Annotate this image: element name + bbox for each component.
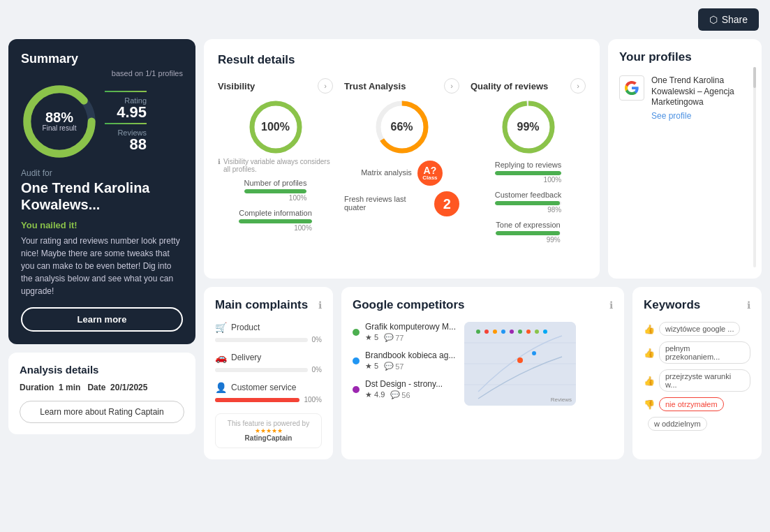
rating-value: 4.95 [117, 105, 147, 120]
quality-circle: 99% [501, 99, 556, 155]
brand: RatingCaptain [221, 434, 316, 442]
comp3-stars: ★ 4.9 [365, 390, 385, 399]
competitors-card: Google competitors ℹ Grafik komputerowy … [341, 287, 624, 459]
date-label: Date [87, 383, 105, 392]
keywords-header: Keywords ℹ [644, 298, 750, 312]
quality-header: Quality of reviews › [471, 78, 586, 94]
rating-block: Rating 4.95 [105, 96, 147, 120]
summary-stats-row: 88% Final result Rating 4.95 Reviews 88 [21, 83, 183, 160]
summary-title: Summary [21, 52, 183, 66]
comp3-stats: ★ 4.9 💬 56 [365, 390, 456, 399]
product-label: Product [231, 323, 260, 332]
complaints-info-icon[interactable]: ℹ [318, 300, 322, 311]
cs-label: Customer service [231, 383, 296, 392]
google-icon [619, 75, 644, 101]
competitors-info-icon[interactable]: ℹ [609, 300, 613, 311]
profile-item: One Trend Karolina Kowalewski – Agencja … [619, 75, 750, 121]
keyword-2: 👍 pełnym przekonaniem... [644, 341, 750, 364]
comp2-dot [353, 357, 360, 364]
scrollbar [753, 67, 756, 267]
visibility-chevron[interactable]: › [318, 78, 333, 94]
feedback-metric: Customer feedback 98% [495, 191, 561, 214]
cs-pct: 100% [304, 396, 322, 404]
duration-label: Duration [20, 383, 54, 392]
trust-chevron[interactable]: › [444, 78, 459, 94]
reviews-block: Reviews 88 [105, 128, 147, 152]
visibility-pct: 100% [261, 121, 290, 133]
stars: ★★★★★ [221, 427, 316, 434]
svg-point-13 [484, 330, 489, 334]
comp3-name: Dst Design - strony... [365, 379, 456, 389]
svg-point-16 [510, 330, 514, 334]
learn-more-button[interactable]: Learn more [21, 307, 183, 332]
rating-line [105, 91, 147, 92]
svg-point-20 [543, 330, 547, 334]
kw1-icon: 👍 [644, 324, 655, 334]
comp3-reviews: 💬 56 [390, 390, 410, 399]
right-area: Result details Visibility › [204, 39, 762, 459]
based-on: based on 1/1 profiles [21, 69, 183, 77]
keyword-5: w oddzielnym [644, 417, 750, 431]
visibility-label: Visibility [218, 81, 255, 91]
competitor-1: Grafik komputerowy M... ★ 5 💬 77 [353, 322, 456, 342]
quality-pct: 99% [517, 121, 539, 133]
comp1-dot [353, 329, 360, 336]
metrics-row: Visibility › 100% ℹ Visibili [218, 78, 586, 251]
trust-header: Trust Analysis › [344, 78, 459, 94]
quality-label: Quality of reviews [471, 81, 548, 91]
top-row: Result details Visibility › [204, 39, 762, 279]
svg-point-12 [476, 330, 480, 334]
competitors-header: Google competitors ℹ [353, 298, 613, 312]
quality-chevron[interactable]: › [570, 78, 586, 94]
complaint-customer-service: 👤 Customer service 100% [215, 382, 322, 404]
profile-info: One Trend Karolina Kowalewski – Agencja … [651, 75, 750, 121]
complaint-product: 🛒 Product 0% [215, 322, 322, 343]
kw4-badge[interactable]: nie otrzymałem [659, 397, 724, 411]
share-icon: ⬡ [709, 14, 718, 25]
visibility-note: ℹ Visibility variable always considers a… [218, 158, 333, 173]
kw4-icon: 👎 [644, 399, 655, 410]
analysis-card: Analysis details Duration 1 min Date 20/… [8, 353, 195, 434]
keywords-info-icon[interactable]: ℹ [747, 300, 750, 311]
class-badge: A? Class [417, 161, 443, 186]
kw5-badge[interactable]: w oddzielnym [648, 417, 707, 431]
learn-captain-button[interactable]: Learn more about Rating Captain [20, 401, 184, 423]
see-profile-link[interactable]: See profile [651, 111, 750, 121]
date-value: 20/1/2025 [110, 383, 147, 392]
matrix-analysis-row: Matrix analysis A? Class [361, 161, 443, 186]
comp1-name: Grafik komputerowy M... [365, 322, 456, 332]
summary-desc: Your rating and reviews number look pret… [21, 235, 183, 297]
comp1-reviews: 💬 77 [384, 333, 403, 342]
kw1-badge[interactable]: wizytówce google ... [659, 322, 740, 336]
trust-label: Trust Analysis [344, 81, 406, 91]
kw3-badge[interactable]: przejrzyste warunki w... [659, 369, 750, 392]
share-label: Share [722, 14, 748, 25]
complete-info-metric: Complete information 100% [239, 209, 312, 232]
tone-metric: Tone of expression 99% [496, 221, 560, 244]
competitors-content: Grafik komputerowy M... ★ 5 💬 77 Brandbo… [353, 322, 613, 406]
trust-section: Trust Analysis › 66% Matrix analysis [344, 78, 459, 251]
comp3-info: Dst Design - strony... ★ 4.9 💬 56 [365, 379, 456, 399]
keyword-4: 👎 nie otrzymałem [644, 397, 750, 411]
duration-value: 1 min [59, 383, 80, 392]
comp2-name: Brandbook kobieca ag... [365, 350, 456, 360]
analysis-title: Analysis details [20, 364, 184, 376]
left-panel: Summary based on 1/1 profiles 88% Final … [8, 39, 195, 459]
num-profiles-metric: Number of profiles 100% [244, 179, 307, 202]
audit-for: Audit for [21, 168, 183, 178]
comp1-info: Grafik komputerowy M... ★ 5 💬 77 [365, 322, 456, 342]
competitors-title: Google competitors [353, 298, 465, 312]
comp2-stars: ★ 5 [365, 362, 378, 371]
svg-point-22 [532, 351, 536, 355]
comp1-stats: ★ 5 💬 77 [365, 333, 456, 342]
competitor-3: Dst Design - strony... ★ 4.9 💬 56 [353, 379, 456, 399]
profiles-title: Your profiles [619, 50, 750, 64]
delivery-pct: 0% [312, 366, 322, 374]
fresh-reviews-row: Fresh reviews last quater 2 [344, 191, 459, 216]
keywords-title: Keywords [644, 298, 700, 312]
competitors-chart: Reviews [464, 322, 576, 406]
kw2-badge[interactable]: pełnym przekonaniem... [659, 341, 750, 364]
share-button[interactable]: ⬡ Share [698, 8, 759, 31]
complaints-card: Main complaints ℹ 🛒 Product 0% 🚗 [204, 287, 333, 459]
product-icon: 🛒 [215, 322, 227, 333]
